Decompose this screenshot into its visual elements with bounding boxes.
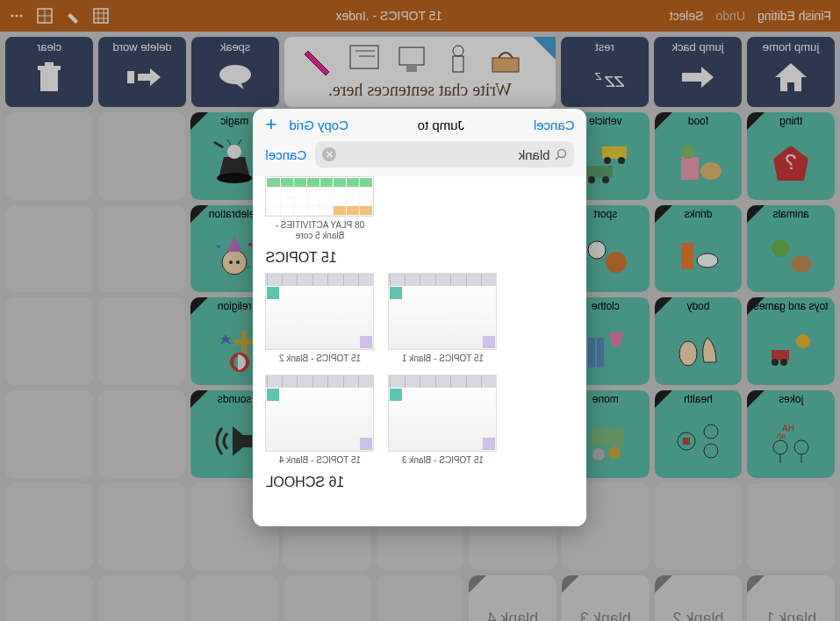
modal-results[interactable]: 08 PLAY ACTIVITIES - Blank 5 core 15 TOP… xyxy=(254,176,587,526)
result-blank-4[interactable]: 15 TOPICS - Blank 4 xyxy=(266,375,375,466)
jump-to-modal: Cancel Jump to Copy Grid + blank ✕ Cance… xyxy=(254,109,587,526)
search-input[interactable]: blank ✕ xyxy=(315,141,574,168)
svg-point-73 xyxy=(558,150,566,158)
result-blank-3[interactable]: 15 TOPICS - Blank 3 xyxy=(389,375,498,466)
modal-title: Jump to xyxy=(418,118,464,132)
search-value: blank xyxy=(519,147,550,162)
svg-line-74 xyxy=(556,157,560,161)
search-cancel-button[interactable]: Cancel xyxy=(266,147,307,162)
result-blank-2[interactable]: 15 TOPICS - Blank 2 xyxy=(266,273,375,364)
add-button[interactable]: + xyxy=(266,118,277,132)
clear-search-icon[interactable]: ✕ xyxy=(322,147,336,161)
result-blank-1[interactable]: 15 TOPICS - Blank 1 xyxy=(389,273,498,364)
result-play-activities[interactable]: 08 PLAY ACTIVITIES - Blank 5 core xyxy=(266,176,375,241)
copy-grid-button[interactable]: Copy Grid xyxy=(289,118,348,132)
section-15-topics: 15 TOPICS xyxy=(266,250,575,266)
modal-header: Cancel Jump to Copy Grid + xyxy=(254,109,587,141)
search-icon xyxy=(556,148,568,161)
section-16-school: 16 SCHOOL xyxy=(266,475,575,490)
modal-cancel-button[interactable]: Cancel xyxy=(534,118,575,132)
